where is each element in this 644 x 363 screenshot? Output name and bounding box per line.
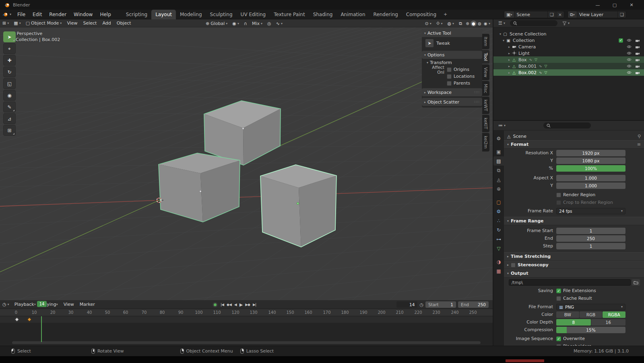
mode-dropdown[interactable]: ▢ Object Mode▾	[23, 19, 64, 27]
filter-button[interactable]: ▾	[560, 19, 572, 27]
editor-type-button[interactable]: ◷▾	[0, 301, 12, 309]
collection-checkbox[interactable]	[619, 38, 623, 43]
disclosure-icon[interactable]: ▸	[507, 64, 511, 68]
tab-physics-icon[interactable]: ↻	[493, 225, 504, 234]
workspace-tab-rendering[interactable]: Rendering	[369, 10, 402, 19]
outliner-row-scene-collection[interactable]: ▾ ▢ Scene Collection	[493, 31, 644, 37]
tab-object-data-icon[interactable]: ▽	[493, 244, 504, 253]
drag-grip-icon[interactable]: ∷∷	[475, 100, 480, 104]
menu-marker[interactable]: Marker	[77, 301, 98, 309]
frame-end-field[interactable]: 250	[556, 235, 625, 242]
tab-scene-icon[interactable]: ◬	[493, 175, 504, 184]
tab-modifiers-icon[interactable]: ⚙	[493, 207, 504, 216]
workspace-tab-sculpting[interactable]: Sculpting	[206, 10, 237, 19]
select-box-tool[interactable]: ➤	[3, 31, 16, 42]
new-scene-icon[interactable]: ❏	[547, 11, 556, 18]
tab-item[interactable]: Item	[482, 34, 489, 49]
tab-particles-icon[interactable]: ∴	[493, 216, 504, 225]
tab-kewt[interactable]: keWT	[482, 97, 489, 114]
transform-tool[interactable]: ◉	[3, 90, 16, 101]
cube-left[interactable]	[159, 153, 240, 222]
stereoscopy-panel-header[interactable]: ▸ Stereoscopy	[504, 261, 644, 269]
parents-checkbox[interactable]	[447, 81, 452, 86]
tab-kekit[interactable]: keKIT	[482, 115, 489, 132]
snap-magnet-toggle[interactable]: ∩	[242, 19, 250, 27]
shading-rendered-button[interactable]: ◉	[483, 21, 489, 27]
camera-render-icon[interactable]	[635, 58, 640, 62]
frame-end-field[interactable]: End250	[458, 301, 489, 308]
origins-checkbox[interactable]	[447, 67, 452, 72]
disclosure-icon[interactable]: ▾	[498, 32, 502, 36]
camera-render-icon[interactable]	[635, 64, 640, 68]
camera-render-icon[interactable]	[635, 45, 640, 49]
pivot-point-dropdown[interactable]: ◉▾	[230, 19, 242, 27]
menu-window[interactable]: Window	[70, 10, 96, 19]
timeline-editor[interactable]: ◷▾ Playback ▾ Keying ▾ View Marker |◀ ◆◀…	[0, 300, 493, 346]
tab-misc[interactable]: Misc	[482, 81, 489, 96]
resolution-percent-slider[interactable]: 100%	[556, 165, 625, 172]
xray-toggle[interactable]: ⧉	[456, 19, 464, 27]
aspect-y-field[interactable]: 1.000	[556, 183, 625, 189]
playhead-line[interactable]	[41, 316, 42, 342]
previous-keyframe-button[interactable]: ◆◀	[227, 303, 231, 307]
drag-grip-icon[interactable]: ∷∷	[475, 90, 480, 94]
resolution-x-field[interactable]: 1920 px	[556, 150, 625, 156]
output-path-field[interactable]: /tmp\	[509, 279, 631, 286]
color-bw-button[interactable]: BW	[556, 311, 579, 318]
disclosure-icon[interactable]: ▸	[507, 71, 511, 75]
current-frame-badge[interactable]: 14	[37, 301, 47, 307]
menu-edit[interactable]: Edit	[29, 10, 45, 19]
camera-render-icon[interactable]	[635, 52, 640, 55]
shading-wireframe-button[interactable]: ⊕	[464, 21, 471, 27]
output-panel-header[interactable]: ▾ Output	[504, 269, 644, 278]
shading-options-dropdown[interactable]: ▾	[489, 22, 490, 25]
keyframe-track[interactable]	[0, 316, 493, 323]
aspect-x-field[interactable]: 1.000	[556, 175, 625, 181]
editor-type-button[interactable]: ⊞▾	[0, 19, 11, 27]
outliner-row-box[interactable]: ▸ △ Box ∿ ▽	[493, 56, 644, 63]
eye-icon[interactable]	[627, 52, 632, 55]
stereoscopy-checkbox[interactable]	[511, 263, 516, 268]
tab-tool[interactable]: Tool	[482, 50, 489, 64]
disclosure-icon[interactable]: ▸	[507, 58, 511, 62]
resolution-y-field[interactable]: 1080 px	[556, 158, 625, 164]
preview-range-toggle[interactable]: ◷	[419, 302, 423, 307]
render-region-checkbox-row[interactable]: Render Region	[556, 192, 625, 197]
menu-select[interactable]: Select	[80, 19, 99, 27]
menu-add[interactable]: Add	[99, 19, 114, 27]
properties-search-input[interactable]	[543, 122, 591, 129]
time-stretching-panel-header[interactable]: ▸ Time Stretching	[504, 252, 644, 261]
tweak-tool-icon[interactable]: ➤	[425, 39, 434, 48]
workspace-tab-scripting[interactable]: Scripting	[122, 10, 151, 19]
outliner-row-box-002[interactable]: ▸ △ Box.002 ∿ ▽	[493, 69, 644, 76]
minimize-button[interactable]: —	[589, 0, 606, 10]
cube-top[interactable]	[204, 101, 281, 165]
rotate-tool[interactable]: ↻	[3, 66, 16, 77]
outliner-row-box-001[interactable]: ▸ △ Box.001 ∿ ▽	[493, 63, 644, 69]
compression-slider[interactable]: 15%	[556, 327, 625, 333]
outliner-row-collection[interactable]: ▾ ▣ Collection	[493, 37, 644, 44]
menu-view[interactable]: View	[61, 301, 77, 309]
move-tool[interactable]: ✚	[3, 55, 16, 66]
camera-render-icon[interactable]	[635, 71, 640, 75]
blender-menu-button[interactable]: ▾	[0, 10, 14, 19]
disclosure-icon[interactable]: ▸	[507, 45, 511, 49]
workspace-tab-texture-paint[interactable]: Texture Paint	[270, 10, 309, 19]
menu-render[interactable]: Render	[45, 10, 70, 19]
jump-to-start-button[interactable]: |◀	[221, 303, 224, 307]
object-scatter-panel-header[interactable]: ▸ Object Scatter ∷∷	[422, 98, 482, 106]
add-workspace-button[interactable]: +	[440, 10, 450, 19]
frame-step-field[interactable]: 1	[556, 243, 625, 249]
3d-viewport[interactable]: ⊞▾ ▦▾ ▢ Object Mode▾ View Select Add Obj…	[0, 19, 493, 300]
presets-icon[interactable]: ≡	[637, 142, 641, 147]
cache-result-checkbox-row[interactable]: Cache Result	[556, 296, 625, 301]
new-view-layer-icon[interactable]: ❏	[617, 11, 626, 18]
menu-playback[interactable]: Playback ▾	[12, 301, 39, 309]
frame-range-panel-header[interactable]: ▾ Frame Range	[504, 217, 644, 225]
timeline-scrollbar[interactable]	[12, 341, 481, 344]
workspace-panel-header[interactable]: ▸ Workspace ∷∷	[422, 88, 482, 96]
eye-icon[interactable]	[627, 39, 632, 42]
outliner-row-light[interactable]: ▸ Light	[493, 50, 644, 56]
frame-start-field[interactable]: Start1	[425, 301, 456, 308]
tab-world-icon[interactable]: ⊕	[493, 184, 504, 193]
